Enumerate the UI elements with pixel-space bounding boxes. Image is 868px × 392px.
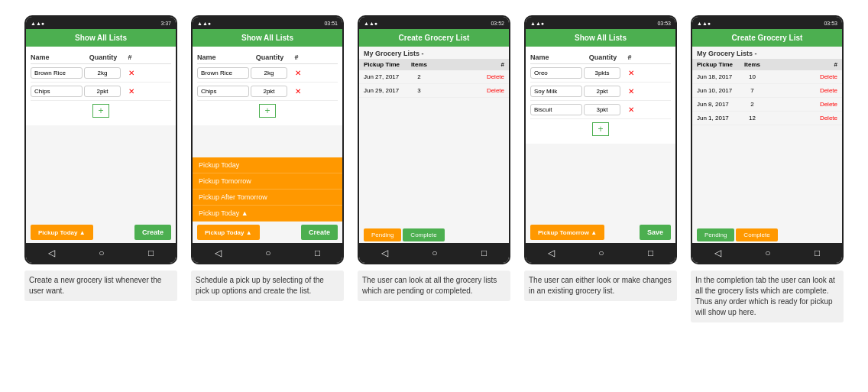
recent-icon[interactable]: □ <box>648 248 653 258</box>
top-button[interactable]: Show All Lists <box>526 29 675 47</box>
pickup-button[interactable]: Pickup Tomorrow ▲ <box>530 225 604 240</box>
home-icon[interactable]: ○ <box>598 248 604 258</box>
item-qty[interactable]: 2pkt <box>584 86 620 97</box>
table-row: Soy Milk2pkt✕ <box>530 83 671 101</box>
bottom-bar: Pickup Tomorrow ▲Save <box>526 222 675 243</box>
home-icon[interactable]: ○ <box>99 248 104 258</box>
tab-pending[interactable]: Pending <box>364 228 401 241</box>
create-save-button[interactable]: Save <box>640 225 671 240</box>
tab-complete[interactable]: Complete <box>403 228 444 241</box>
delete-icon[interactable]: ✕ <box>290 87 306 96</box>
back-icon[interactable]: ◁ <box>381 248 388 258</box>
item-name[interactable]: Oreo <box>530 67 582 79</box>
delete-icon[interactable]: ✕ <box>623 87 639 96</box>
grocery-table-header: Pickup TimeItems# <box>692 59 842 70</box>
item-qty[interactable]: 2pkt <box>84 86 121 97</box>
pickup-button[interactable]: Pickup Today ▲ <box>31 225 93 240</box>
table-row: Oreo3pkts✕ <box>530 64 671 83</box>
item-name[interactable]: Chips <box>197 86 249 97</box>
status-signal: ▲▲● <box>530 21 544 26</box>
recent-icon[interactable]: □ <box>481 248 487 258</box>
phone-nav: ◁ ○ □ <box>692 243 842 263</box>
grocery-table-row: Jun 18, 201710Delete <box>692 70 842 84</box>
table-row: Brown Rice2kg✕ <box>197 64 338 83</box>
create-save-button[interactable]: Create <box>134 225 171 240</box>
phone-nav: ◁ ○ □ <box>359 243 509 263</box>
item-name[interactable]: Brown Rice <box>31 67 83 79</box>
status-bar: ▲▲● 3:37 <box>26 17 176 29</box>
add-item-button[interactable]: + <box>592 122 609 136</box>
tab-pending[interactable]: Pending <box>697 228 734 241</box>
screen-container-4: ▲▲● 03:53 Show All ListsNameQuantity#Ore… <box>520 15 681 301</box>
item-name[interactable]: Biscuit <box>530 104 582 115</box>
item-qty[interactable]: 3pkts <box>584 67 620 79</box>
phone-5: ▲▲● 03:53 Create Grocery ListMy Grocery … <box>691 15 844 264</box>
status-time: 3:37 <box>160 21 171 26</box>
recent-icon[interactable]: □ <box>815 248 820 258</box>
recent-icon[interactable]: □ <box>315 248 320 258</box>
delete-icon[interactable]: ✕ <box>124 69 139 77</box>
delete-button[interactable]: Delete <box>432 87 504 94</box>
delete-icon[interactable]: ✕ <box>124 87 139 96</box>
home-icon[interactable]: ○ <box>765 248 770 258</box>
pickup-button[interactable]: Pickup Today ▲ <box>197 225 260 240</box>
bottom-bar: Pickup Today ▲Create <box>193 222 342 243</box>
item-qty[interactable]: 2pkt <box>251 86 287 97</box>
status-bar: ▲▲● 03:52 <box>359 17 509 29</box>
status-time: 03:53 <box>824 21 837 26</box>
phone-body: Show All ListsNameQuantity#Brown Rice2kg… <box>193 29 342 243</box>
back-icon[interactable]: ◁ <box>215 248 222 258</box>
dropdown-item-3[interactable]: Pickup Today ▲ <box>193 206 342 222</box>
top-button[interactable]: Show All Lists <box>193 29 342 47</box>
back-icon[interactable]: ◁ <box>548 248 555 258</box>
screen-container-2: ▲▲● 03:51 Show All ListsNameQuantity#Bro… <box>187 15 348 301</box>
top-button[interactable]: Create Grocery List <box>359 29 509 47</box>
dropdown-item-2[interactable]: Pickup After Tomorrow <box>193 190 342 206</box>
back-icon[interactable]: ◁ <box>714 248 721 258</box>
phone-nav: ◁ ○ □ <box>26 243 176 263</box>
item-qty[interactable]: 2kg <box>251 67 287 79</box>
delete-button[interactable]: Delete <box>432 73 504 80</box>
delete-button[interactable]: Delete <box>766 87 837 94</box>
delete-icon[interactable]: ✕ <box>623 69 639 77</box>
col-header-1: Quantity <box>251 53 289 61</box>
grocery-col-header-0: Pickup Time <box>697 61 739 68</box>
col-header-1: Quantity <box>84 53 122 61</box>
item-name[interactable]: Chips <box>31 86 83 97</box>
create-save-button[interactable]: Create <box>301 225 338 240</box>
status-signal: ▲▲● <box>197 21 211 26</box>
table-header: NameQuantity# <box>197 51 338 64</box>
phone-4: ▲▲● 03:53 Show All ListsNameQuantity#Ore… <box>524 15 677 264</box>
delete-icon[interactable]: ✕ <box>290 69 306 77</box>
pickup-time: Jun 27, 2017 <box>364 73 406 80</box>
top-button[interactable]: Show All Lists <box>26 29 176 47</box>
dropdown-item-1[interactable]: Pickup Tomorrow <box>193 173 342 190</box>
add-item-button[interactable]: + <box>259 104 276 118</box>
table-area: NameQuantity#Brown Rice2kg✕Chips2pkt✕+ <box>26 47 176 125</box>
bottom-bar: Pickup Today ▲Create <box>26 222 176 243</box>
delete-button[interactable]: Delete <box>766 101 837 108</box>
grocery-table-row: Jun 29, 20173Delete <box>359 84 509 98</box>
top-button[interactable]: Create Grocery List <box>692 29 842 47</box>
table-row: Chips2pkt✕ <box>197 83 338 101</box>
item-name[interactable]: Brown Rice <box>197 67 249 79</box>
delete-button[interactable]: Delete <box>766 115 837 121</box>
delete-icon[interactable]: ✕ <box>623 105 639 114</box>
item-name[interactable]: Soy Milk <box>530 86 582 97</box>
recent-icon[interactable]: □ <box>148 248 154 258</box>
home-icon[interactable]: ○ <box>432 248 437 258</box>
item-qty[interactable]: 2kg <box>84 67 121 79</box>
table-header: NameQuantity# <box>530 51 671 64</box>
dropdown-item-0[interactable]: Pickup Today <box>193 157 342 173</box>
caption: Schedule a pick up by selecting of the p… <box>191 271 344 301</box>
table-row: Brown Rice2kg✕ <box>31 64 171 83</box>
phone-body: Show All ListsNameQuantity#Oreo3pkts✕Soy… <box>526 29 675 243</box>
delete-button[interactable]: Delete <box>766 73 837 80</box>
item-qty[interactable]: 3pkt <box>584 104 620 115</box>
status-signal: ▲▲● <box>697 21 711 26</box>
home-icon[interactable]: ○ <box>265 248 270 258</box>
add-item-button[interactable]: + <box>92 104 109 118</box>
back-icon[interactable]: ◁ <box>48 248 55 258</box>
tab-complete[interactable]: Complete <box>736 228 777 241</box>
pickup-time: Jun 29, 2017 <box>364 87 406 94</box>
